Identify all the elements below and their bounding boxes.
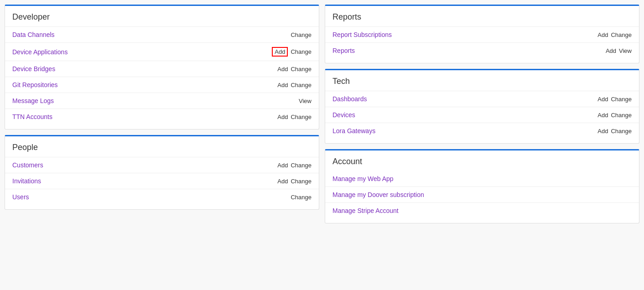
people-title: People [5,136,319,157]
item-actions: AddChange [277,114,312,120]
list-item: DevicesAddChange [325,107,639,123]
item-label[interactable]: Reports [332,47,606,54]
list-item: Device BridgesAddChange [5,61,319,77]
item-label[interactable]: Lora Gateways [332,127,597,135]
item-label[interactable]: Report Subscriptions [332,31,597,38]
item-label[interactable]: TTN Accounts [12,113,277,120]
item-label[interactable]: Device Applications [12,48,272,56]
tech-title: Tech [325,70,639,91]
action-change-link[interactable]: Change [611,31,632,38]
people-card: People CustomersAddChangeInvitationsAddC… [5,135,319,210]
item-actions: Change [291,194,312,201]
action-add-link[interactable]: Add [277,178,288,185]
list-item: Message LogsView [5,93,319,109]
item-label[interactable]: Data Channels [12,31,291,38]
action-add-link[interactable]: Add [277,114,288,120]
action-add-link[interactable]: Add [606,47,616,54]
list-item: UsersChange [5,189,319,205]
account-title: Account [325,150,639,171]
action-add-link[interactable]: Add [272,47,288,57]
reports-card: Reports Report SubscriptionsAddChangeRep… [325,5,639,63]
action-change-link[interactable]: Change [291,114,312,120]
action-view-link[interactable]: View [619,47,632,54]
action-add-link[interactable]: Add [277,162,288,169]
list-item: Lora GatewaysAddChange [325,123,639,139]
action-add-link[interactable]: Add [597,31,608,38]
list-item: Data ChannelsChange [5,26,319,42]
action-change-link[interactable]: Change [611,128,632,135]
action-change-link[interactable]: Change [611,96,632,103]
action-add-link[interactable]: Add [597,128,608,135]
list-item: CustomersAddChange [5,157,319,173]
item-label[interactable]: Dashboards [332,95,597,103]
item-actions: AddChange [277,162,312,169]
action-change-link[interactable]: Change [291,66,312,72]
item-label[interactable]: Message Logs [12,97,299,104]
item-label[interactable]: Invitations [12,177,277,185]
list-item: InvitationsAddChange [5,173,319,189]
action-add-link[interactable]: Add [277,82,288,88]
item-actions: AddChange [277,82,312,88]
action-add-link[interactable]: Add [597,112,608,119]
action-change-link[interactable]: Change [291,178,312,185]
item-actions: AddChange [597,112,632,119]
list-item: DashboardsAddChange [325,91,639,107]
item-actions: AddChange [597,31,632,38]
action-change-link[interactable]: Change [611,112,632,119]
action-add-link[interactable]: Add [277,66,288,72]
account-link[interactable]: Manage my Web App [325,171,639,186]
action-change-link[interactable]: Change [291,194,312,201]
action-change-link[interactable]: Change [291,82,312,88]
item-label[interactable]: Customers [12,161,277,169]
item-actions: AddChange [597,128,632,135]
action-add-link[interactable]: Add [597,96,608,103]
developer-title: Developer [5,6,319,26]
item-label[interactable]: Users [12,193,291,201]
list-item: Device ApplicationsAddChange [5,42,319,61]
item-actions: AddChange [277,178,312,185]
item-actions: AddView [606,47,632,54]
item-label[interactable]: Device Bridges [12,65,277,72]
account-card: Account Manage my Web AppManage my Doove… [325,149,639,223]
list-item: TTN AccountsAddChange [5,109,319,124]
list-item: ReportsAddView [325,42,639,58]
item-actions: AddChange [597,96,632,103]
item-actions: AddChange [277,66,312,72]
item-label[interactable]: Git Repositories [12,81,277,88]
action-change-link[interactable]: Change [291,31,312,38]
item-actions: AddChange [272,47,312,57]
item-label[interactable]: Devices [332,111,597,119]
list-item: Report SubscriptionsAddChange [325,26,639,42]
account-link[interactable]: Manage my Doover subscription [325,186,639,202]
action-view-link[interactable]: View [299,98,312,104]
developer-card: Developer Data ChannelsChangeDevice Appl… [5,5,319,129]
action-change-link[interactable]: Change [291,48,312,55]
item-actions: View [299,98,312,104]
action-change-link[interactable]: Change [291,162,312,169]
reports-title: Reports [325,6,639,26]
list-item: Git RepositoriesAddChange [5,77,319,93]
tech-card: Tech DashboardsAddChangeDevicesAddChange… [325,69,639,144]
item-actions: Change [291,31,312,38]
account-link[interactable]: Manage Stripe Account [325,202,639,218]
